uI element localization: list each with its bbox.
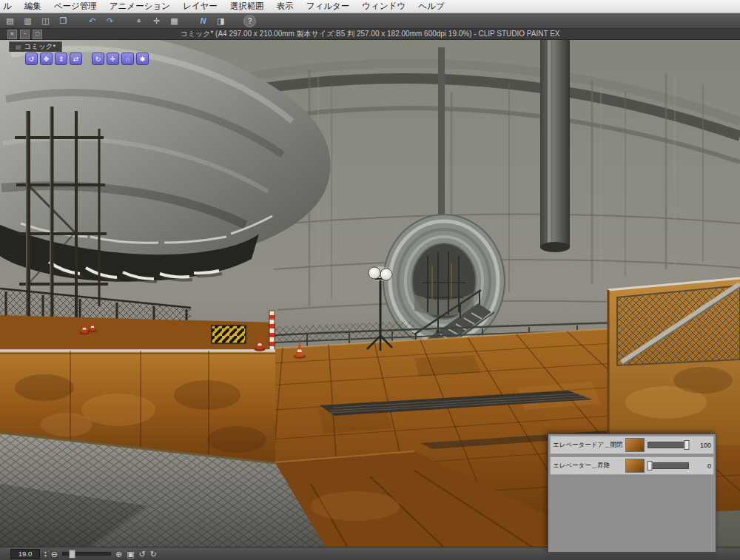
menu-help[interactable]: ヘルプ: [418, 1, 444, 12]
close-icon[interactable]: ✕: [7, 30, 17, 39]
object-pan-icon[interactable]: ✛: [107, 53, 119, 65]
rotate-right-icon[interactable]: ↻: [150, 549, 157, 559]
redo-icon[interactable]: ↷: [104, 15, 116, 27]
rotate-left-icon[interactable]: ↺: [139, 549, 146, 559]
vector-icon[interactable]: N: [197, 15, 209, 27]
camera-pan-icon[interactable]: ✥: [40, 53, 53, 65]
workspace: ▤ コミック* ↺ ✥ ⇕ ⇄ ↻ ✛ ⌂ ✱ エレベータードア＿開閉 100 …: [0, 40, 740, 560]
document-icon: ▤: [16, 44, 21, 50]
slider-value: 0: [692, 462, 711, 470]
window-buttons: ✕ − ▢: [7, 30, 42, 39]
undo-icon[interactable]: ↶: [86, 15, 98, 27]
slider-handle[interactable]: [684, 440, 690, 450]
ruler-icon[interactable]: ◨: [215, 15, 227, 27]
document-title-bar: ✕ − ▢ コミック* (A4 297.00 x 210.00mm 製本サイズ:…: [0, 29, 740, 40]
snap-icon[interactable]: ⌖: [132, 15, 145, 27]
door-open-slider[interactable]: [648, 442, 689, 448]
menu-selection[interactable]: 選択範囲: [230, 1, 264, 12]
object-home-icon[interactable]: ⌂: [121, 53, 134, 65]
object-row-door: エレベータードア＿開閉 100: [550, 436, 714, 454]
slider-handle[interactable]: [647, 461, 652, 470]
move-icon[interactable]: ✛: [150, 15, 163, 27]
step-down-icon[interactable]: ▾: [44, 554, 47, 558]
camera-rotate-icon[interactable]: ↺: [25, 53, 38, 65]
3d-camera-toolbar: ↺ ✥ ⇕ ⇄ ↻ ✛ ⌂ ✱: [25, 53, 149, 65]
camera-toolbar-gap: [84, 53, 90, 65]
menu-animation[interactable]: アニメーション: [110, 1, 170, 12]
object-launcher-panel: エレベータードア＿開閉 100 エレベーター＿昇降 0: [548, 434, 716, 553]
menu-window[interactable]: ウィンドウ: [362, 1, 406, 12]
fit-to-window-icon[interactable]: ▣: [127, 549, 134, 559]
open-page-icon[interactable]: ▥: [21, 15, 34, 27]
right-rust-door: [608, 278, 740, 445]
menu-file[interactable]: ル: [3, 1, 12, 12]
object-row-label: エレベータードア＿開閉: [553, 441, 622, 450]
minimize-icon[interactable]: −: [20, 30, 30, 39]
document-title: コミック* (A4 297.00 x 210.00mm 製本サイズ:B5 判 2…: [181, 29, 560, 39]
camera-dolly-icon[interactable]: ⇄: [70, 53, 82, 65]
grid-icon[interactable]: ▦: [168, 15, 181, 27]
slider-value: 100: [692, 442, 711, 449]
menu-view[interactable]: 表示: [277, 1, 294, 12]
zoom-in-icon[interactable]: ⊕: [115, 549, 122, 559]
zoom-slider-handle[interactable]: [69, 550, 75, 559]
elevator-lift-slider[interactable]: [648, 462, 689, 469]
new-page-icon[interactable]: ▤: [4, 15, 16, 27]
export-icon[interactable]: ❒: [57, 15, 70, 27]
help-icon[interactable]: ?: [243, 15, 256, 27]
object-thumbnail[interactable]: [625, 459, 645, 473]
canvas-tab[interactable]: ▤ コミック*: [9, 41, 62, 52]
menu-layer[interactable]: レイヤー: [183, 1, 218, 12]
menu-bar: ル 編集 ページ管理 アニメーション レイヤー 選択範囲 表示 フィルター ウィ…: [0, 0, 740, 13]
zoom-stepper[interactable]: ▴ ▾: [44, 550, 47, 558]
menu-page-manage[interactable]: ページ管理: [54, 1, 97, 12]
object-settings-icon[interactable]: ✱: [136, 53, 149, 65]
object-row-elevator: エレベーター＿昇降 0: [550, 456, 714, 475]
canvas-tab-label: コミック*: [24, 42, 56, 52]
clip-studio-paint-window: { "window": { "title": "コミック* (A4 297.00…: [0, 0, 740, 560]
zoom-out-icon[interactable]: ⊖: [51, 549, 58, 559]
save-icon[interactable]: ◫: [39, 15, 52, 27]
command-bar: ▤ ▥ ◫ ❒ ↶ ↷ ⌖ ✛ ▦ N ◨ ?: [0, 13, 740, 29]
menu-edit[interactable]: 編集: [24, 1, 41, 12]
zoom-value[interactable]: 19.0: [10, 549, 40, 559]
camera-zoom-icon[interactable]: ⇕: [55, 53, 67, 65]
object-thumbnail[interactable]: [625, 438, 645, 452]
menu-filter[interactable]: フィルター: [306, 1, 350, 12]
object-rotate-icon[interactable]: ↻: [92, 53, 104, 65]
object-row-label: エレベーター＿昇降: [553, 462, 622, 470]
maximize-icon[interactable]: ▢: [33, 30, 42, 39]
zoom-slider[interactable]: [62, 552, 111, 556]
